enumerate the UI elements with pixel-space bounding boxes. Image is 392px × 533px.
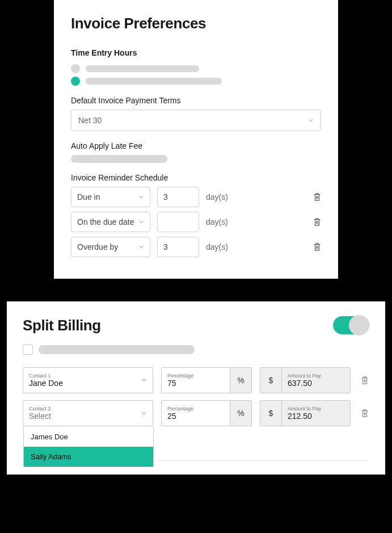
amount-label: Amount to Pay [288, 373, 344, 379]
invoice-preferences-title: Invoice Preferences [71, 15, 321, 32]
reminder-when-select[interactable]: Due in [71, 187, 150, 207]
dropdown-option[interactable]: James Doe [24, 427, 153, 447]
chevron-down-icon [141, 377, 147, 383]
split-row-2: Contact 2 Select James Doe Sally Adams P… [23, 400, 369, 426]
percentage-field[interactable]: Percentage 75 % [161, 367, 252, 393]
contact-select[interactable]: Contact 2 Select James Doe Sally Adams [23, 400, 153, 426]
time-entry-hours-label: Time Entry Hours [71, 48, 321, 57]
split-billing-checkbox[interactable] [23, 345, 33, 355]
dropdown-option-highlighted[interactable]: Sally Adams [24, 447, 153, 467]
trash-icon[interactable] [313, 242, 321, 251]
reminder-when-select[interactable]: On the due date [71, 212, 150, 232]
trash-icon[interactable] [313, 217, 321, 226]
time-entry-option-1[interactable] [71, 64, 321, 73]
amount-value: 637.50 [288, 379, 344, 388]
radio-icon-selected [71, 77, 80, 86]
payment-terms-select[interactable]: Net 30 [71, 110, 321, 131]
percent-symbol: % [230, 401, 251, 426]
invoice-preferences-panel: Invoice Preferences Time Entry Hours Def… [54, 0, 338, 279]
chevron-down-icon [138, 194, 144, 200]
trash-icon[interactable] [313, 192, 321, 202]
reminder-unit-label: day(s) [206, 242, 306, 251]
currency-symbol: $ [260, 401, 282, 426]
currency-symbol: $ [260, 368, 282, 393]
reminder-days-input[interactable] [157, 212, 199, 232]
chevron-down-icon [141, 410, 147, 416]
toggle-knob [349, 315, 369, 335]
payment-terms-label: Default Invoice Payment Terms [71, 96, 321, 105]
split-billing-toggle[interactable] [333, 316, 369, 334]
reminder-when-select[interactable]: Overdue by [71, 237, 150, 257]
reminder-unit-label: day(s) [206, 192, 306, 202]
reminder-days-input[interactable] [157, 187, 199, 207]
split-billing-option-row [23, 345, 369, 355]
reminder-row-1: Due in day(s) [71, 187, 321, 207]
contact-value: Jane Doe [29, 379, 147, 388]
contact-label: Contact 2 [29, 406, 147, 412]
redacted-text [71, 155, 167, 163]
contact-value: Select [29, 412, 147, 421]
reminder-row-2: On the due date day(s) [71, 212, 321, 232]
split-billing-title: Split Billing [23, 317, 101, 334]
split-billing-panel: Split Billing Contact 1 Jane Doe Percent… [7, 301, 385, 475]
late-fee-label: Auto Apply Late Fee [71, 141, 321, 150]
percentage-field[interactable]: Percentage 25 % [161, 400, 252, 426]
trash-icon[interactable] [361, 409, 369, 418]
contact-select[interactable]: Contact 1 Jane Doe [23, 367, 153, 393]
radio-icon [71, 64, 80, 73]
redacted-text [86, 65, 199, 72]
trash-icon[interactable] [361, 376, 369, 385]
reminder-unit-label: day(s) [206, 217, 306, 226]
time-entry-option-2[interactable] [71, 77, 321, 86]
reminder-schedule-label: Invoice Reminder Schedule [71, 173, 321, 182]
amount-field: $ Amount to Pay 637.50 [260, 367, 351, 393]
amount-label: Amount to Pay [288, 406, 344, 412]
percentage-label: Percentage [167, 406, 224, 412]
reminder-row-3: Overdue by day(s) [71, 237, 321, 257]
percentage-label: Percentage [167, 373, 224, 379]
redacted-text [39, 345, 195, 354]
contact-label: Contact 1 [29, 373, 147, 379]
chevron-down-icon [138, 244, 144, 250]
redacted-text [86, 78, 222, 85]
percentage-value: 25 [167, 412, 224, 421]
percentage-value: 75 [167, 379, 224, 388]
contact-dropdown: James Doe Sally Adams [23, 427, 154, 467]
amount-value: 212.50 [288, 412, 344, 421]
reminder-days-input[interactable] [157, 237, 199, 257]
amount-field: $ Amount to Pay 212.50 [260, 400, 351, 426]
payment-terms-value: Net 30 [78, 116, 102, 125]
chevron-down-icon [308, 117, 314, 123]
split-row-1: Contact 1 Jane Doe Percentage 75 % $ Amo… [23, 367, 369, 393]
chevron-down-icon [138, 219, 144, 225]
percent-symbol: % [230, 368, 251, 393]
